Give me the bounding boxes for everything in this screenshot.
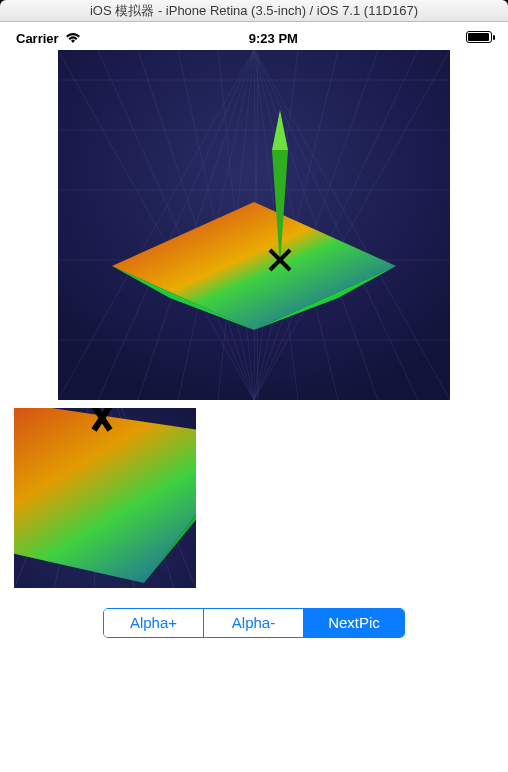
status-time: 9:23 PM bbox=[249, 31, 298, 46]
thumbnail-render-view bbox=[14, 408, 196, 588]
ios-status-bar: Carrier 9:23 PM bbox=[14, 28, 494, 48]
window-titlebar: iOS 模拟器 - iPhone Retina (3.5-inch) / iOS… bbox=[0, 0, 508, 22]
segmented-control[interactable]: Alpha+ Alpha- NextPic bbox=[103, 608, 405, 638]
wifi-icon bbox=[65, 32, 81, 44]
carrier-label: Carrier bbox=[16, 31, 59, 46]
device-frame: Carrier 9:23 PM bbox=[0, 22, 508, 772]
battery-icon bbox=[466, 31, 492, 43]
main-render-view bbox=[58, 50, 450, 400]
window-title: iOS 模拟器 - iPhone Retina (3.5-inch) / iOS… bbox=[90, 2, 418, 20]
alpha-minus-button[interactable]: Alpha- bbox=[204, 609, 304, 637]
alpha-plus-button[interactable]: Alpha+ bbox=[104, 609, 204, 637]
next-pic-button[interactable]: NextPic bbox=[304, 609, 404, 637]
